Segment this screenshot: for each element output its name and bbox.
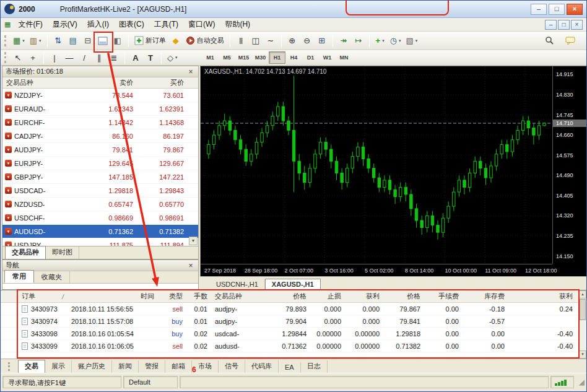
- scroll-down-button[interactable]: ▼: [579, 351, 586, 359]
- close-button[interactable]: ×: [567, 4, 583, 15]
- terminal-tab-2[interactable]: 账户历史: [72, 360, 112, 373]
- scroll-up-button[interactable]: ▲: [579, 290, 586, 298]
- terminal-tab-8[interactable]: 代码库: [245, 360, 279, 373]
- market-watch-tab-1[interactable]: 即时图: [46, 246, 79, 259]
- market-watch-scroll-down-button[interactable]: ▼: [189, 237, 198, 245]
- orders-col-header-4[interactable]: 交易品种: [211, 292, 266, 301]
- orders-col-header-7[interactable]: 获利: [345, 292, 383, 301]
- timeframe-m30-button[interactable]: M30: [252, 51, 269, 64]
- profiles-button[interactable]: ▥▾: [27, 33, 44, 48]
- market-watch-tab-0[interactable]: 交易品种: [5, 246, 46, 259]
- candle-chart-button[interactable]: ◫: [248, 33, 263, 48]
- terminal-tab-4[interactable]: 警报: [139, 360, 165, 373]
- terminal-tab-9[interactable]: EA: [279, 362, 301, 373]
- timeframe-w1-button[interactable]: W1: [319, 51, 336, 64]
- periods-button[interactable]: ◷▾: [388, 33, 404, 48]
- channel-button[interactable]: ∥: [92, 51, 107, 64]
- terminal-tab-7[interactable]: 信号: [219, 360, 245, 373]
- chart-shift-button[interactable]: ↦: [351, 33, 366, 48]
- mdi-minimize-button[interactable]: –: [545, 20, 557, 30]
- orders-col-header-2[interactable]: 类型: [158, 292, 186, 301]
- text-label-button[interactable]: T: [143, 51, 158, 64]
- menu-item-3[interactable]: 图表(C): [114, 18, 149, 31]
- price-scale[interactable]: 14.91514.83014.74514.66014.57514.49014.4…: [552, 66, 587, 264]
- orders-col-header-11[interactable]: 获利: [508, 292, 576, 301]
- menu-item-6[interactable]: 帮助(H): [220, 18, 255, 31]
- order-row[interactable]: 34330982018.10.16 01:05:54buy0.02usdcad-…: [1, 328, 586, 340]
- terminal-tab-6[interactable]: 市场: [192, 360, 219, 373]
- toolbar-grip[interactable]: [4, 52, 7, 63]
- orders-col-header-9[interactable]: 手续费: [424, 292, 463, 301]
- terminal-button[interactable]: [95, 33, 110, 48]
- market-watch-row[interactable]: ▾USDCAD-1.298181.29843: [2, 184, 198, 198]
- chart-area[interactable]: XAGUSD-,H1. 14.702 14.713 14.697 14.710 …: [200, 66, 587, 276]
- zoom-out-button[interactable]: ⊖: [300, 33, 315, 48]
- cursor-button[interactable]: ↖: [11, 51, 25, 64]
- symbol-column-header[interactable]: 交易品种: [2, 78, 77, 87]
- menu-item-1[interactable]: 显示(V): [48, 18, 82, 31]
- new-chart-button[interactable]: ▦▾: [11, 33, 27, 48]
- tabstrip-grip[interactable]: [8, 362, 12, 371]
- order-row[interactable]: 34309742018.10.11 15:57:08buy0.01audjpy-…: [1, 315, 586, 328]
- bar-chart-button[interactable]: |||: [233, 33, 248, 48]
- metaeditor-button[interactable]: ◆: [168, 33, 183, 48]
- trendline-button[interactable]: /: [77, 51, 92, 64]
- status-profile[interactable]: Default: [123, 376, 178, 388]
- candlestick-plot[interactable]: [201, 66, 552, 263]
- navigator-tab-1[interactable]: 收藏夹: [34, 271, 70, 283]
- order-row[interactable]: 34330992018.10.16 01:06:05sell0.02audusd…: [1, 340, 586, 352]
- autotrading-button[interactable]: 自动交易: [183, 33, 227, 48]
- timeframe-m1-button[interactable]: M1: [202, 51, 219, 64]
- menu-item-2[interactable]: 插入(I): [82, 18, 114, 31]
- search-button[interactable]: [542, 33, 557, 48]
- market-watch-row[interactable]: ▾EURAUD-1.623431.62391: [2, 102, 198, 116]
- menu-item-5[interactable]: 窗口(W): [183, 18, 220, 31]
- minimize-button[interactable]: –: [531, 4, 547, 15]
- order-row[interactable]: 34309732018.10.11 15:56:55sell0.01audjpy…: [1, 303, 586, 315]
- text-button[interactable]: A: [128, 51, 143, 64]
- timeframe-mn-button[interactable]: MN: [336, 51, 352, 64]
- market-watch-row[interactable]: ▾USDCHF-0.986690.98691: [2, 211, 198, 225]
- market-watch-row[interactable]: ▾EURCHF-1.143421.14368: [2, 116, 198, 129]
- mdi-restore-button[interactable]: □: [558, 20, 570, 30]
- tile-windows-button[interactable]: ⊞: [315, 33, 329, 48]
- zoom-in-button[interactable]: ⊕: [285, 33, 300, 48]
- toolbar-grip[interactable]: [4, 35, 7, 46]
- terminal-tab-3[interactable]: 新闻: [112, 360, 139, 373]
- chart-window-tab-0[interactable]: USDCNH-,H1: [210, 279, 265, 290]
- terminal-scrollbar[interactable]: ▲ ▼: [578, 290, 586, 359]
- orders-col-header-1[interactable]: 时间: [67, 292, 158, 301]
- market-watch-row[interactable]: ▾NZDJPY-73.54473.601: [2, 89, 198, 102]
- timeframe-d1-button[interactable]: D1: [302, 51, 319, 64]
- terminal-tab-5[interactable]: 邮箱: [165, 360, 192, 373]
- strategy-tester-button[interactable]: ◧: [110, 33, 125, 48]
- terminal-tab-1[interactable]: 展示: [45, 360, 72, 373]
- shapes-button[interactable]: ◇▾: [165, 51, 180, 64]
- bid-column-header[interactable]: 卖价: [77, 78, 136, 87]
- timeframe-h4-button[interactable]: H4: [285, 51, 302, 64]
- chat-button[interactable]: [563, 33, 578, 48]
- vertical-line-button[interactable]: |: [47, 51, 62, 64]
- terminal-tab-10[interactable]: 日志: [301, 360, 328, 373]
- market-watch-button[interactable]: ⇅: [51, 33, 66, 48]
- new-order-button[interactable]: 新订单: [132, 33, 168, 48]
- orders-col-header-6[interactable]: 止损: [310, 292, 345, 301]
- chart-window-tab-1[interactable]: XAGUSD-,H1: [265, 279, 321, 290]
- market-watch-row[interactable]: ▾EURJPY-129.645129.667: [2, 157, 198, 170]
- navigator-button[interactable]: ⊟: [80, 33, 95, 48]
- fibonacci-button[interactable]: ≣: [107, 51, 121, 64]
- orders-col-header-10[interactable]: 库存费: [463, 292, 508, 301]
- ask-column-header[interactable]: 买价: [136, 78, 188, 87]
- market-watch-row[interactable]: ▾AUDUSD-0.713620.71382: [2, 225, 198, 238]
- data-window-button[interactable]: ▤: [66, 33, 80, 48]
- timeframe-m15-button[interactable]: M15: [235, 51, 252, 64]
- orders-col-header-3[interactable]: 手数: [186, 292, 211, 301]
- horizontal-line-button[interactable]: —: [62, 51, 77, 64]
- market-watch-row[interactable]: ▾AUDJPY-79.84179.867: [2, 143, 198, 157]
- navigator-close-icon[interactable]: ×: [186, 262, 195, 269]
- maximize-button[interactable]: □: [549, 4, 565, 15]
- line-chart-button[interactable]: ∼: [263, 33, 278, 48]
- orders-col-header-5[interactable]: 价格: [266, 292, 310, 301]
- market-watch-row[interactable]: ▾CADJPY-86.16086.197: [2, 129, 198, 143]
- time-axis[interactable]: 27 Sep 201828 Sep 18:002 Oct 07:003 Oct …: [201, 264, 552, 276]
